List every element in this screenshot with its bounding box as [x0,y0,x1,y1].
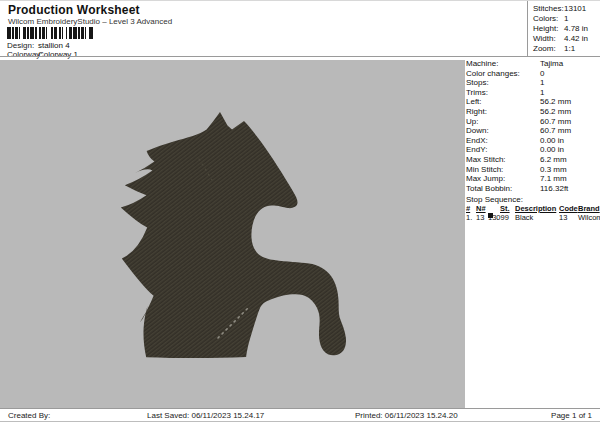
design-summary-panel: Stitches:13101Colors:1Height:4.78 inWidt… [527,1,600,56]
summary-row: Stitches:13101 [528,4,600,14]
machine-label: Up: [466,117,540,127]
machine-row: Right:56.2 mm [466,107,598,117]
summary-label: Zoom: [533,44,564,54]
machine-value: 7.1 mm [540,174,567,184]
machine-label: Trims: [466,88,540,98]
machine-row: Min Stitch:0.3 mm [466,165,598,175]
machine-label: EndX: [466,136,540,146]
machine-label: Left: [466,97,540,107]
page-top-rule [0,0,600,1]
design-label: Design: [7,41,38,50]
table-header-row: #N#St.DescriptionCodeBrand [464,204,599,213]
design-barcode-icon [7,27,93,39]
machine-value: 0.00 in [540,136,564,146]
summary-row: Width:4.42 in [528,34,600,44]
stitch-preview [0,60,465,408]
machine-value: 0.3 mm [540,165,567,175]
machine-value: 0 [540,69,544,79]
design-canvas [0,60,465,408]
summary-value: 13101 [564,4,586,14]
machine-row: Stops:1 [466,78,598,88]
table-cell: 1. [466,213,472,222]
machine-value: 56.2 mm [540,97,571,107]
table-cell: 13 [476,213,484,222]
machine-value: 56.2 mm [540,107,571,117]
table-cell: Wilcom [578,213,600,222]
table-row: 1.1313099Black13Wilcom [464,213,599,222]
machine-row: Up:60.7 mm [466,117,598,127]
machine-label: Right: [466,107,540,117]
machine-label: Max Stitch: [466,155,540,165]
footer-rule [0,408,600,409]
created-by-label: Created By: [8,411,50,420]
summary-row: Height:4.78 in [528,24,600,34]
barcode-bar [89,27,93,39]
machine-row: Color changes:0 [466,69,598,79]
summary-value: 4.78 in [564,24,588,34]
last-saved-label: Last Saved: 06/11/2023 15.24.17 [147,411,264,420]
table-cell: Black [515,213,533,222]
machine-row: Max Stitch:6.2 mm [466,155,598,165]
production-worksheet-page: { "header": { "title": "Production Works… [0,0,600,424]
colorway-value: Colorway 1 [38,50,78,59]
printed-label: Printed: 06/11/2023 15.24.20 [355,411,458,420]
machine-row: Trims:1 [466,88,598,98]
machine-row: Max Jump:7.1 mm [466,174,598,184]
machine-value: 60.7 mm [540,117,571,127]
machine-details-panel: Machine:TajimaColor changes:0Stops:1Trim… [466,59,598,193]
machine-label: Stops: [466,78,540,88]
summary-row: Colors:1 [528,14,600,24]
summary-value: 1:1 [564,44,575,54]
header-separator [0,56,600,57]
stop-sequence-title: Stop Sequence: [466,195,523,204]
summary-label: Width: [533,34,564,44]
machine-row: Total Bobbin:116.32ft [466,184,598,194]
app-subtitle: Wilcom EmbroideryStudio – Level 3 Advanc… [8,17,172,26]
machine-value: Tajima [540,59,563,69]
machine-value: 0.00 in [540,145,564,155]
machine-row: Down:60.7 mm [466,126,598,136]
summary-label: Height: [533,24,564,34]
horse-silhouette [121,112,346,358]
machine-label: EndY: [466,145,540,155]
machine-row: EndY:0.00 in [466,145,598,155]
column-header: St. [500,204,510,213]
column-header: # [466,204,470,213]
machine-label: Machine: [466,59,540,69]
design-value: stallion 4 [38,41,70,50]
column-header: N# [476,204,486,213]
summary-label: Stitches: [533,4,564,14]
summary-row: Zoom:1:1 [528,44,600,54]
summary-label: Colors: [533,14,564,24]
machine-label: Max Jump: [466,174,540,184]
machine-row: Machine:Tajima [466,59,598,69]
machine-label: Total Bobbin: [466,184,540,194]
summary-value: 4.42 in [564,34,588,44]
machine-value: 6.2 mm [540,155,567,165]
machine-value: 1 [540,78,544,88]
machine-value: 1 [540,88,544,98]
stop-sequence-table: #N#St.DescriptionCodeBrand1.1313099Black… [464,204,599,222]
machine-label: Down: [466,126,540,136]
page-title: Production Worksheet [8,3,140,17]
design-row: Design: stallion 4 [7,41,70,50]
machine-label: Min Stitch: [466,165,540,175]
machine-label: Color changes: [466,69,540,79]
thread-cell: 13099 [488,213,509,222]
machine-row: EndX:0.00 in [466,136,598,146]
machine-value: 116.32ft [540,184,568,194]
footer-bottom-rule [0,421,600,422]
column-header: Description [515,204,556,213]
column-header: Brand [578,204,600,213]
machine-value: 60.7 mm [540,126,571,136]
column-header: Code [559,204,578,213]
colorway-row: Colorway: Colorway 1 [7,50,78,59]
page-number: Page 1 of 1 [551,411,592,420]
colorway-label: Colorway: [7,50,38,59]
table-cell: 13 [559,213,567,222]
color-swatch [488,213,493,218]
machine-row: Left:56.2 mm [466,97,598,107]
summary-value: 1 [564,14,568,24]
